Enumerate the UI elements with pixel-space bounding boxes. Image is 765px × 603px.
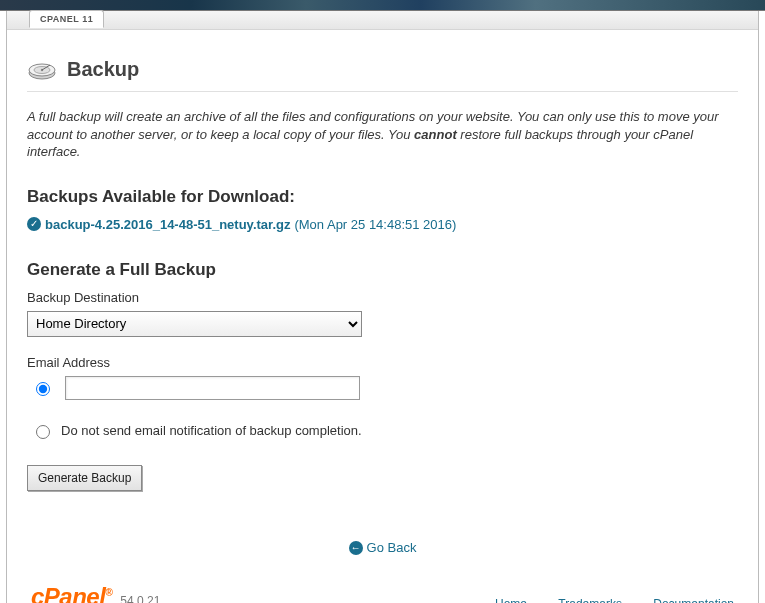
main-frame: CPANEL 11 Backup A full backup will crea…	[6, 11, 759, 603]
backup-destination-select[interactable]: Home Directory	[27, 311, 362, 337]
intro-text: A full backup will create an archive of …	[27, 108, 738, 161]
generate-heading: Generate a Full Backup	[27, 260, 738, 280]
cpanel-logo: cPanel®	[31, 583, 112, 603]
download-meta: (Mon Apr 25 14:48:51 2016)	[294, 217, 456, 232]
email-row	[31, 376, 738, 400]
tab-strip: CPANEL 11	[7, 11, 758, 30]
go-back-link[interactable]: ← Go Back	[349, 540, 417, 555]
tab-cpanel[interactable]: CPANEL 11	[29, 10, 104, 28]
cpanel-logo-block: cPanel® 54.0.21	[31, 583, 160, 603]
email-skip-radio[interactable]	[36, 425, 50, 439]
version-text: 54.0.21	[120, 594, 160, 603]
footer-link-trademarks[interactable]: Trademarks	[558, 597, 622, 603]
window-top-decoration	[0, 0, 765, 11]
check-circle-icon: ✓	[27, 217, 41, 231]
no-email-row: Do not send email notification of backup…	[31, 422, 738, 439]
page-header: Backup	[27, 58, 738, 92]
intro-strong: cannot	[414, 127, 457, 142]
brand-text: cPanel	[31, 583, 105, 603]
registered-mark: ®	[105, 587, 112, 598]
generate-backup-button[interactable]: Generate Backup	[27, 465, 142, 491]
content-area: Backup A full backup will create an arch…	[7, 30, 758, 603]
downloads-heading: Backups Available for Download:	[27, 187, 738, 207]
dest-label: Backup Destination	[27, 290, 738, 305]
arrow-left-circle-icon: ←	[349, 541, 363, 555]
no-email-label: Do not send email notification of backup…	[61, 423, 362, 438]
backup-icon	[27, 59, 57, 81]
footer-link-home[interactable]: Home	[495, 597, 527, 603]
download-item: ✓ backup-4.25.2016_14-48-51_netuy.tar.gz…	[27, 217, 738, 232]
download-link[interactable]: backup-4.25.2016_14-48-51_netuy.tar.gz	[45, 217, 290, 232]
footer-link-documentation[interactable]: Documentation	[653, 597, 734, 603]
go-back-wrap: ← Go Back	[27, 539, 738, 556]
email-field[interactable]	[65, 376, 360, 400]
email-label: Email Address	[27, 355, 738, 370]
go-back-label: Go Back	[367, 540, 417, 555]
footer: cPanel® 54.0.21 Home Trademarks Document…	[27, 583, 738, 603]
page-title: Backup	[67, 58, 139, 81]
footer-links: Home Trademarks Documentation	[467, 597, 734, 603]
email-send-radio[interactable]	[36, 382, 50, 396]
